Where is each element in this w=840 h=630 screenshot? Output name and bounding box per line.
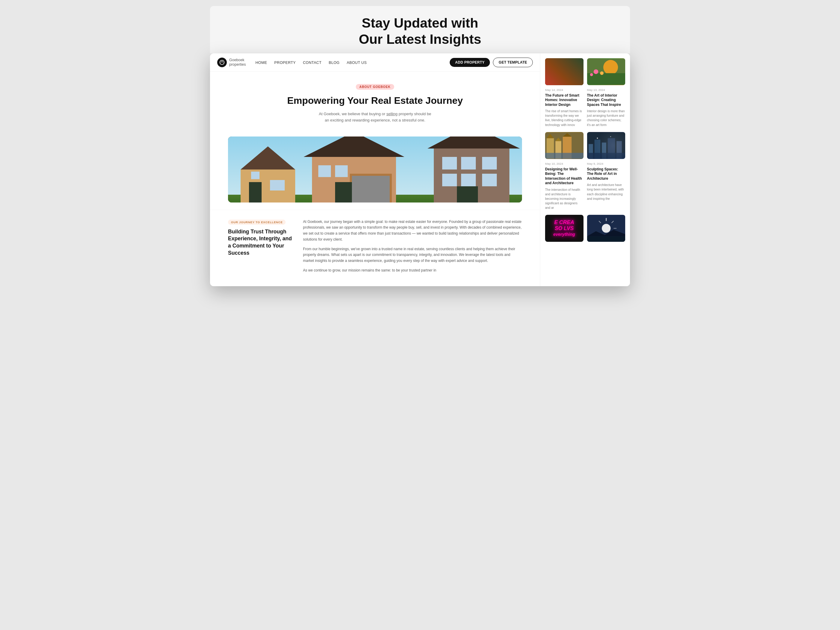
about-paragraph-2: From our humble beginnings, we've grown …: [303, 246, 522, 264]
logo-text: Goeboek properties: [229, 58, 246, 67]
property-image: [228, 136, 522, 202]
about-left: OUR JOURNEY TO EXCELLENCE Building Trust…: [228, 219, 294, 277]
svg-rect-27: [551, 61, 563, 79]
blog-card-excerpt-2: Interior design is more than just arrang…: [587, 109, 625, 127]
nav-property[interactable]: PROPERTY: [274, 60, 295, 65]
blog-card-img-2: [587, 58, 625, 85]
nav-contact[interactable]: CONTACT: [303, 60, 322, 65]
blog-card-title-2: The Art of Interior Design: Creating Spa…: [587, 93, 625, 107]
blog-cards-row-1: May 14, 2024 The Future of Smart Homes: …: [545, 58, 625, 127]
svg-rect-51: [587, 153, 625, 159]
blog-cards-row-3: E CREASO LVSeverything: [545, 215, 625, 242]
hero-subtitle: At Goeboek, we believe that buying or se…: [318, 111, 432, 123]
hero-title: Empowering Your Real Estate Journey: [228, 95, 522, 106]
svg-rect-18: [461, 157, 476, 169]
svg-rect-11: [352, 176, 390, 202]
blog-card-1[interactable]: May 14, 2024 The Future of Smart Homes: …: [545, 58, 584, 127]
browser-window: Goeboek properties HOME PROPERTY CONTACT…: [210, 54, 630, 286]
page-layout: Goeboek properties HOME PROPERTY CONTACT…: [210, 54, 630, 286]
svg-rect-50: [616, 141, 622, 159]
svg-rect-44: [545, 153, 584, 159]
blog-card-5[interactable]: E CREASO LVSeverything: [545, 215, 584, 242]
blog-card-title-4: Sculpting Spaces: The Role of Art in Arc…: [587, 167, 625, 181]
journey-badge: OUR JOURNEY TO EXCELLENCE: [228, 219, 286, 225]
main-content: Goeboek properties HOME PROPERTY CONTACT…: [210, 54, 540, 286]
blog-card-title-3: Designing for Well-Being: The Intersecti…: [545, 167, 584, 186]
svg-point-36: [590, 73, 593, 76]
logo-icon: [217, 58, 227, 67]
navbar: Goeboek properties HOME PROPERTY CONTACT…: [210, 54, 540, 72]
svg-rect-5: [249, 182, 262, 202]
svg-rect-14: [335, 165, 348, 177]
svg-point-35: [600, 71, 603, 75]
blog-card-4[interactable]: May 9, 2024 Sculpting Spaces: The Role o…: [587, 132, 625, 210]
svg-rect-28: [553, 63, 557, 69]
hero-section: ABOUT GOEBOEK Empowering Your Real Estat…: [210, 72, 540, 129]
svg-point-32: [603, 60, 618, 74]
svg-rect-12: [335, 182, 352, 202]
svg-rect-3: [241, 169, 295, 202]
svg-point-53: [610, 136, 611, 137]
svg-point-52: [597, 137, 598, 139]
blog-card-img-3: [545, 132, 584, 159]
svg-rect-49: [608, 138, 615, 159]
blog-card-2[interactable]: May 13, 2024 The Art of Interior Design:…: [587, 58, 625, 127]
svg-rect-25: [545, 58, 584, 85]
banner-title: Stay Updated with Our Latest Insights: [216, 15, 624, 47]
svg-rect-17: [442, 157, 457, 169]
top-banner: Stay Updated with Our Latest Insights: [210, 6, 630, 54]
svg-rect-13: [318, 165, 331, 177]
svg-rect-19: [482, 157, 497, 169]
blog-card-6[interactable]: [587, 215, 625, 242]
outer-wrapper: Stay Updated with Our Latest Insights Go…: [210, 6, 630, 286]
about-title: Building Trust Through Experience, Integ…: [228, 228, 294, 257]
svg-point-34: [594, 69, 598, 74]
blog-card-img-5: E CREASO LVSeverything: [545, 215, 584, 242]
blog-card-title-1: The Future of Smart Homes: Innovative In…: [545, 93, 584, 107]
blog-card-date-2: May 13, 2024: [587, 88, 625, 92]
blog-card-excerpt-4: Art and architecture have long been inte…: [587, 183, 625, 201]
blog-card-date-3: May 10, 2024: [545, 162, 584, 165]
blog-card-img-6: [587, 215, 625, 242]
nav-home[interactable]: HOME: [255, 60, 267, 65]
svg-rect-45: [587, 132, 625, 158]
nav-actions: ADD PROPERTY GET TEMPLATE: [450, 58, 533, 67]
svg-rect-26: [545, 58, 566, 85]
about-paragraph-3: As we continue to grow, our mission rema…: [303, 268, 522, 273]
svg-rect-48: [602, 142, 606, 159]
property-image-placeholder: [228, 136, 522, 202]
svg-rect-7: [251, 172, 259, 179]
about-section: OUR JOURNEY TO EXCELLENCE Building Trust…: [210, 210, 540, 286]
blog-cards-row-2: May 10, 2024 Designing for Well-Being: T…: [545, 132, 625, 210]
svg-rect-23: [457, 186, 478, 202]
blog-card-excerpt-3: The intersection of health and architect…: [545, 188, 584, 210]
blog-card-img-1: [545, 58, 584, 85]
nav-about[interactable]: ABOUT US: [347, 60, 367, 65]
blog-card-3[interactable]: May 10, 2024 Designing for Well-Being: T…: [545, 132, 584, 210]
svg-rect-30: [554, 74, 560, 82]
get-template-button[interactable]: GET TEMPLATE: [493, 58, 533, 67]
svg-rect-29: [558, 63, 563, 69]
svg-rect-21: [461, 174, 476, 186]
nav-links: HOME PROPERTY CONTACT BLOG ABOUT US: [255, 60, 440, 65]
svg-rect-46: [588, 144, 593, 159]
svg-point-55: [602, 224, 611, 233]
blog-card-date-4: May 9, 2024: [587, 162, 625, 165]
svg-rect-22: [482, 174, 497, 186]
svg-rect-6: [270, 180, 285, 191]
svg-rect-47: [594, 139, 600, 159]
sidebar: May 14, 2024 The Future of Smart Homes: …: [540, 54, 630, 286]
about-paragraph-1: At Goeboek, our journey began with a sim…: [303, 219, 522, 243]
logo-area: Goeboek properties: [217, 58, 246, 67]
svg-rect-61: [587, 237, 625, 242]
about-badge: ABOUT GOEBOEK: [356, 84, 394, 90]
about-right: At Goeboek, our journey began with a sim…: [303, 219, 522, 277]
nav-blog[interactable]: BLOG: [329, 60, 339, 65]
blog-card-excerpt-1: The rise of smart homes is transforming …: [545, 109, 584, 127]
blog-card-date-1: May 14, 2024: [545, 88, 584, 92]
svg-rect-20: [442, 174, 457, 186]
add-property-button[interactable]: ADD PROPERTY: [450, 58, 490, 67]
svg-point-0: [220, 60, 224, 64]
blog-card-img-4: [587, 132, 625, 159]
